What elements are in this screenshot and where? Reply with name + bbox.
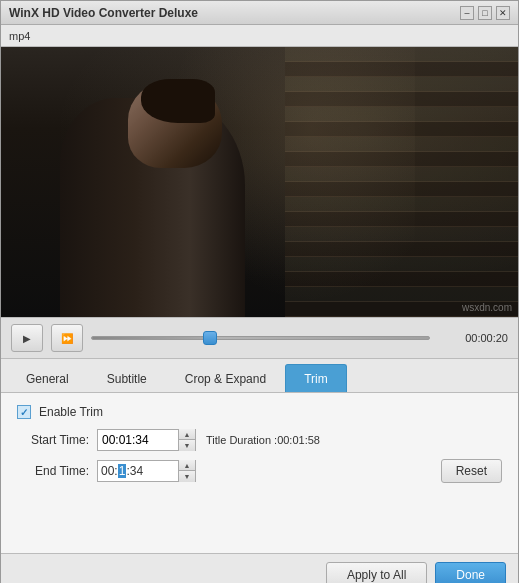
skip-button[interactable]: ⏩ (51, 324, 83, 352)
enable-trim-label: Enable Trim (39, 405, 103, 419)
figure-hair (141, 79, 215, 124)
filename-display: mp4 (9, 30, 30, 42)
tabs-bar: General Subtitle Crop & Expand Trim (1, 359, 518, 393)
title-bar: WinX HD Video Converter Deluxe – □ ✕ (1, 1, 518, 25)
bottom-bar: Apply to All Done (1, 553, 518, 583)
end-time-input-group[interactable]: 00:1:34 ▲ ▼ (97, 460, 196, 482)
figure-silhouette (27, 69, 363, 317)
watermark: wsxdn.com (462, 302, 512, 313)
end-time-prefix: 00: (101, 464, 118, 478)
trim-panel: Enable Trim Start Time: ▲ ▼ Title Durati… (1, 393, 518, 553)
main-window: WinX HD Video Converter Deluxe – □ ✕ mp4 (0, 0, 519, 583)
seek-track[interactable] (91, 336, 430, 340)
file-bar: mp4 (1, 25, 518, 47)
start-time-row: Start Time: ▲ ▼ Title Duration :00:01:58 (17, 429, 502, 451)
start-time-label: Start Time: (17, 433, 97, 447)
playback-controls: ▶ ⏩ 00:00:20 (1, 317, 518, 359)
end-time-row: End Time: 00:1:34 ▲ ▼ Reset (17, 459, 502, 483)
maximize-button[interactable]: □ (478, 6, 492, 20)
done-button[interactable]: Done (435, 562, 506, 583)
duration-display: Title Duration :00:01:58 (206, 434, 320, 446)
end-time-down[interactable]: ▼ (179, 471, 195, 482)
tab-subtitle[interactable]: Subtitle (88, 364, 166, 392)
start-time-input-group[interactable]: ▲ ▼ (97, 429, 196, 451)
end-time-display: 00:1:34 (98, 461, 178, 481)
end-time-spinners: ▲ ▼ (178, 460, 195, 482)
start-time-spinners: ▲ ▼ (178, 429, 195, 451)
minimize-button[interactable]: – (460, 6, 474, 20)
end-time-label: End Time: (17, 464, 97, 478)
enable-trim-row: Enable Trim (17, 405, 502, 419)
apply-to-all-button[interactable]: Apply to All (326, 562, 427, 583)
start-time-up[interactable]: ▲ (179, 429, 195, 440)
end-time-highlight: 1 (118, 464, 127, 478)
window-controls: – □ ✕ (460, 6, 510, 20)
tab-trim[interactable]: Trim (285, 364, 347, 392)
time-display: 00:00:20 (438, 332, 508, 344)
seek-bar[interactable] (91, 329, 430, 347)
reset-button[interactable]: Reset (441, 459, 502, 483)
video-player: wsxdn.com (1, 47, 518, 317)
end-time-up[interactable]: ▲ (179, 460, 195, 471)
close-button[interactable]: ✕ (496, 6, 510, 20)
window-title: WinX HD Video Converter Deluxe (9, 6, 198, 20)
seek-filled (92, 337, 210, 339)
start-time-input[interactable] (98, 430, 178, 450)
play-button[interactable]: ▶ (11, 324, 43, 352)
tab-general[interactable]: General (7, 364, 88, 392)
end-time-suffix: :34 (126, 464, 143, 478)
start-time-down[interactable]: ▼ (179, 440, 195, 451)
enable-trim-checkbox[interactable] (17, 405, 31, 419)
seek-thumb[interactable] (203, 331, 217, 345)
tab-crop-expand[interactable]: Crop & Expand (166, 364, 285, 392)
